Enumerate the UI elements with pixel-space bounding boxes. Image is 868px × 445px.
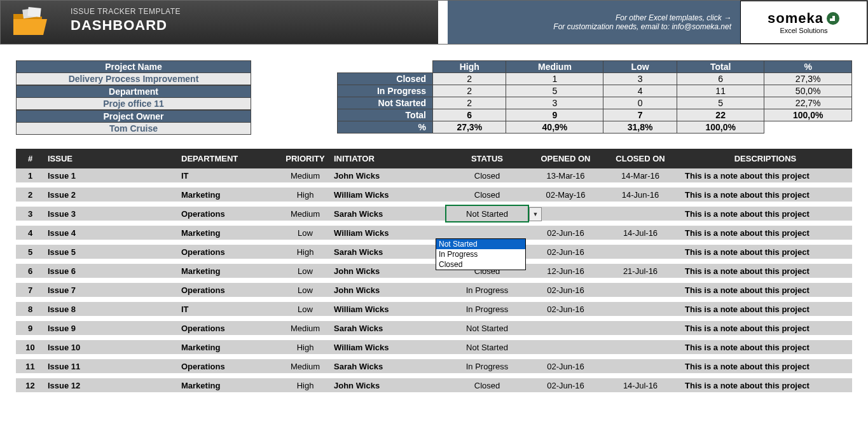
cell-issue[interactable]: Issue 1 xyxy=(45,171,181,181)
cell-issue[interactable]: Issue 6 xyxy=(45,266,181,276)
dropdown-option[interactable]: Closed xyxy=(436,259,525,270)
project-owner-value[interactable]: Tom Cruise xyxy=(16,123,251,135)
summary-cell[interactable]: 100,0% xyxy=(677,121,764,134)
summary-cell[interactable]: 3 xyxy=(603,73,677,85)
cell-status[interactable]: Closed xyxy=(445,171,529,181)
cell-opened[interactable]: 02-Jun-16 xyxy=(529,285,602,295)
cell-initiator[interactable]: William Wicks xyxy=(334,305,445,314)
summary-cell[interactable]: 22,7% xyxy=(764,97,852,109)
cell-closed[interactable]: 14-Jul-16 xyxy=(602,381,679,390)
cell-initiator[interactable]: William Wicks xyxy=(334,343,445,352)
header-note-templates[interactable]: For other Excel templates, click → xyxy=(616,13,731,22)
cell-num[interactable]: 8 xyxy=(16,305,45,314)
cell-opened[interactable]: 02-May-16 xyxy=(529,190,602,200)
cell-num[interactable]: 11 xyxy=(16,362,45,371)
cell-dept[interactable]: Operations xyxy=(181,362,277,371)
cell-status[interactable]: Closed xyxy=(445,190,529,200)
cell-desc[interactable]: This is a note about this project xyxy=(679,324,852,333)
project-name-value[interactable]: Delivery Process Improvement xyxy=(16,73,251,85)
cell-desc[interactable]: This is a note about this project xyxy=(679,171,852,181)
summary-cell[interactable]: 11 xyxy=(677,85,764,97)
cell-initiator[interactable]: William Wicks xyxy=(334,228,445,238)
cell-issue[interactable]: Issue 12 xyxy=(45,381,181,390)
cell-issue[interactable]: Issue 4 xyxy=(45,228,181,238)
cell-status[interactable]: Closed xyxy=(445,381,529,390)
summary-cell[interactable]: 100,0% xyxy=(764,109,852,121)
cell-dept[interactable]: Marketing xyxy=(181,343,277,352)
summary-cell[interactable]: 6 xyxy=(677,73,764,85)
cell-status[interactable]: Not Started xyxy=(445,343,529,352)
cell-desc[interactable]: This is a note about this project xyxy=(679,228,852,238)
cell-status[interactable]: In Progress xyxy=(445,362,529,371)
cell-dept[interactable]: Operations xyxy=(181,324,277,333)
cell-issue[interactable]: Issue 9 xyxy=(45,324,181,333)
cell-issue[interactable]: Issue 8 xyxy=(45,305,181,314)
cell-desc[interactable]: This is a note about this project xyxy=(679,285,852,295)
cell-desc[interactable]: This is a note about this project xyxy=(679,190,852,200)
summary-cell[interactable]: 40,9% xyxy=(506,121,603,134)
cell-initiator[interactable]: John Wicks xyxy=(334,285,445,295)
cell-dept[interactable]: Marketing xyxy=(181,190,277,200)
cell-num[interactable]: 3 xyxy=(16,209,45,219)
cell-desc[interactable]: This is a note about this project xyxy=(679,266,852,276)
cell-num[interactable]: 12 xyxy=(16,381,45,390)
cell-status[interactable]: In Progress xyxy=(445,305,529,314)
cell-dept[interactable]: Operations xyxy=(181,209,277,219)
summary-cell[interactable]: 27,3% xyxy=(764,73,852,85)
cell-status[interactable]: In Progress xyxy=(445,285,529,295)
cell-priority[interactable]: Medium xyxy=(277,209,334,219)
cell-dept[interactable]: Operations xyxy=(181,285,277,295)
cell-opened[interactable]: 02-Jun-16 xyxy=(529,247,602,257)
brand-logo[interactable]: someka Excel Solutions xyxy=(740,1,867,44)
cell-priority[interactable]: Medium xyxy=(277,362,334,371)
cell-initiator[interactable]: John Wicks xyxy=(334,171,445,181)
cell-num[interactable]: 9 xyxy=(16,324,45,333)
cell-opened[interactable]: 12-Jun-16 xyxy=(529,266,602,276)
cell-priority[interactable]: High xyxy=(277,247,334,257)
status-dropdown-list[interactable]: Not StartedIn ProgressClosed xyxy=(436,238,526,270)
project-dept-value[interactable]: Proje office 11 xyxy=(16,98,251,110)
cell-closed[interactable]: 14-Jun-16 xyxy=(602,190,679,200)
cell-issue[interactable]: Issue 11 xyxy=(45,362,181,371)
cell-priority[interactable]: High xyxy=(277,381,334,390)
cell-desc[interactable]: This is a note about this project xyxy=(679,381,852,390)
cell-initiator[interactable]: William Wicks xyxy=(334,190,445,200)
cell-issue[interactable]: Issue 2 xyxy=(45,190,181,200)
cell-num[interactable]: 10 xyxy=(16,343,45,352)
cell-priority[interactable]: Low xyxy=(277,228,334,238)
summary-cell[interactable]: 6 xyxy=(433,109,506,121)
cell-num[interactable]: 4 xyxy=(16,228,45,238)
summary-cell[interactable]: 2 xyxy=(433,85,506,97)
cell-desc[interactable]: This is a note about this project xyxy=(679,305,852,314)
dropdown-option[interactable]: Not Started xyxy=(436,239,525,249)
cell-issue[interactable]: Issue 7 xyxy=(45,285,181,295)
summary-cell[interactable]: 3 xyxy=(506,97,603,109)
cell-num[interactable]: 1 xyxy=(16,171,45,181)
cell-closed[interactable]: 21-Jul-16 xyxy=(602,266,679,276)
summary-cell[interactable]: 31,8% xyxy=(603,121,677,134)
cell-priority[interactable]: Medium xyxy=(277,171,334,181)
cell-priority[interactable]: High xyxy=(277,343,334,352)
summary-cell[interactable]: 5 xyxy=(677,97,764,109)
summary-cell[interactable]: 9 xyxy=(506,109,603,121)
summary-cell[interactable]: 5 xyxy=(506,85,603,97)
cell-num[interactable]: 7 xyxy=(16,285,45,295)
cell-initiator[interactable]: Sarah Wicks xyxy=(334,247,445,257)
cell-initiator[interactable]: Sarah Wicks xyxy=(334,324,445,333)
cell-opened[interactable]: 02-Jun-16 xyxy=(529,228,602,238)
cell-priority[interactable]: Low xyxy=(277,266,334,276)
cell-initiator[interactable]: Sarah Wicks xyxy=(334,362,445,371)
cell-desc[interactable]: This is a note about this project xyxy=(679,209,852,219)
cell-dept[interactable]: IT xyxy=(181,305,277,314)
summary-cell[interactable]: 0 xyxy=(603,97,677,109)
summary-cell[interactable]: 1 xyxy=(506,73,603,85)
cell-issue[interactable]: Issue 10 xyxy=(45,343,181,352)
cell-priority[interactable]: Medium xyxy=(277,324,334,333)
cell-dept[interactable]: Marketing xyxy=(181,266,277,276)
cell-priority[interactable]: Low xyxy=(277,305,334,314)
cell-num[interactable]: 5 xyxy=(16,247,45,257)
summary-cell[interactable]: 7 xyxy=(603,109,677,121)
cell-opened[interactable]: 02-Jun-16 xyxy=(529,362,602,371)
cell-closed[interactable]: 14-Mar-16 xyxy=(602,171,679,181)
dropdown-arrow-icon[interactable]: ▼ xyxy=(529,207,542,221)
